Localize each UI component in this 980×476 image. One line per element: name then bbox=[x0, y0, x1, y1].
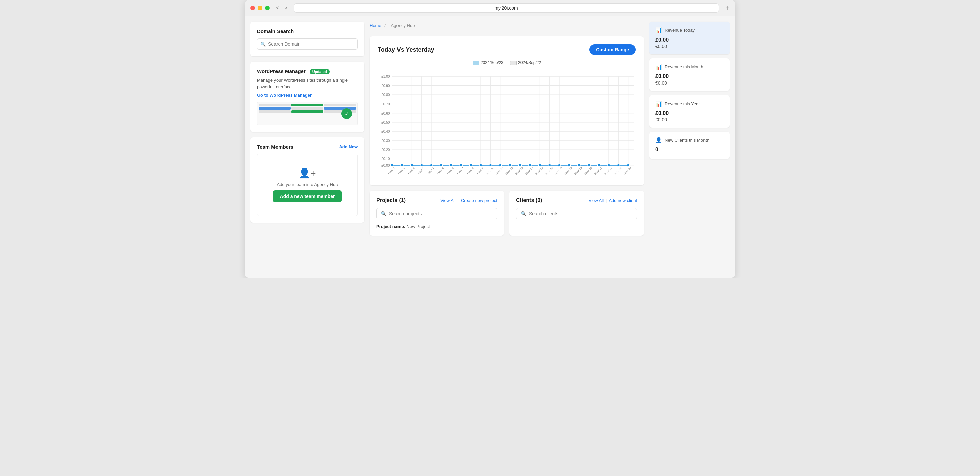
svg-point-55 bbox=[469, 164, 472, 167]
svg-text:Hour 16: Hour 16 bbox=[545, 166, 554, 175]
svg-point-52 bbox=[440, 164, 442, 167]
breadcrumb: Home / Agency Hub bbox=[370, 22, 644, 31]
svg-text:£0.10: £0.10 bbox=[382, 157, 390, 161]
forward-button[interactable]: > bbox=[282, 4, 289, 12]
svg-text:Hour 24: Hour 24 bbox=[624, 166, 632, 175]
revenue-year-eur: €0.00 bbox=[655, 117, 724, 122]
svg-text:Hour 4: Hour 4 bbox=[427, 167, 435, 175]
add-team-member-button[interactable]: Add a new team member bbox=[273, 190, 342, 202]
svg-text:Hour 17: Hour 17 bbox=[554, 166, 563, 175]
maximize-button[interactable] bbox=[265, 6, 270, 10]
add-client-link[interactable]: Add new client bbox=[609, 198, 637, 203]
breadcrumb-home[interactable]: Home bbox=[370, 23, 382, 28]
domain-search-title: Domain Search bbox=[257, 29, 358, 34]
projects-title: Projects (1) bbox=[376, 197, 406, 203]
svg-text:Hour 23: Hour 23 bbox=[613, 166, 622, 175]
svg-point-56 bbox=[479, 164, 482, 167]
clients-actions: View All | Add new client bbox=[589, 198, 637, 203]
minimize-button[interactable] bbox=[258, 6, 262, 10]
projects-count: (1) bbox=[399, 197, 406, 203]
new-tab-button[interactable]: + bbox=[725, 4, 730, 12]
svg-text:Hour 11: Hour 11 bbox=[495, 166, 504, 175]
custom-range-button[interactable]: Custom Range bbox=[589, 44, 636, 55]
bar-chart-icon: 📊 bbox=[655, 27, 662, 33]
svg-text:Hour 8: Hour 8 bbox=[466, 167, 474, 175]
svg-text:Hour 14: Hour 14 bbox=[525, 166, 534, 175]
clients-label: Clients bbox=[516, 197, 534, 203]
svg-point-66 bbox=[578, 164, 581, 167]
revenue-year-gbp: £0.00 bbox=[655, 109, 724, 117]
svg-point-57 bbox=[489, 164, 492, 167]
browser-chrome: < > my.20i.com + bbox=[245, 0, 735, 16]
search-icon: 🔍 bbox=[261, 41, 266, 46]
svg-point-69 bbox=[607, 164, 610, 167]
svg-text:Hour 21: Hour 21 bbox=[593, 166, 603, 175]
svg-point-61 bbox=[528, 164, 531, 167]
svg-point-53 bbox=[450, 164, 452, 167]
projects-view-all-link[interactable]: View All bbox=[441, 198, 455, 203]
legend-yesterday-box bbox=[510, 61, 517, 65]
revenue-month-gbp: £0.00 bbox=[655, 73, 724, 80]
svg-point-49 bbox=[410, 164, 413, 167]
svg-point-48 bbox=[401, 164, 403, 167]
new-clients-card: 👤 New Clients this Month 0 bbox=[649, 132, 730, 159]
clients-search-box: 🔍 bbox=[516, 208, 637, 219]
team-members-title: Team Members bbox=[257, 144, 293, 150]
revenue-year-label: Revenue this Year bbox=[665, 101, 700, 106]
svg-text:Hour 7: Hour 7 bbox=[457, 167, 465, 175]
svg-point-50 bbox=[420, 164, 423, 167]
svg-point-70 bbox=[617, 164, 620, 167]
updated-badge: Updated bbox=[310, 69, 330, 75]
svg-text:Hour 6: Hour 6 bbox=[446, 167, 455, 175]
svg-point-63 bbox=[548, 164, 551, 167]
close-button[interactable] bbox=[250, 6, 255, 10]
svg-text:£0.20: £0.20 bbox=[382, 148, 390, 152]
clients-search-input[interactable] bbox=[529, 211, 633, 216]
create-project-link[interactable]: Create new project bbox=[461, 198, 497, 203]
domain-search-wrap: 🔍 bbox=[257, 38, 358, 49]
project-name-value: New Project bbox=[407, 224, 430, 229]
revenue-year-card: 📊 Revenue this Year £0.00 €0.00 bbox=[649, 95, 730, 128]
svg-text:Hour 20: Hour 20 bbox=[584, 166, 593, 175]
svg-text:£1.00: £1.00 bbox=[382, 75, 390, 78]
wordpress-manager-title: WordPress Manager bbox=[257, 68, 305, 74]
clients-view-all-link[interactable]: View All bbox=[589, 198, 604, 203]
wordpress-manager-link[interactable]: Go to WordPress Manager bbox=[257, 93, 358, 98]
svg-text:£0.40: £0.40 bbox=[382, 130, 390, 133]
revenue-month-eur: €0.00 bbox=[655, 80, 724, 86]
revenue-today-card: 📊 Revenue Today £0.00 €0.00 bbox=[649, 22, 730, 54]
svg-point-58 bbox=[499, 164, 502, 167]
svg-point-64 bbox=[558, 164, 561, 167]
svg-point-54 bbox=[460, 164, 462, 167]
new-clients-label: New Clients this Month bbox=[665, 138, 709, 143]
back-button[interactable]: < bbox=[274, 4, 281, 12]
project-row: Project name: New Project bbox=[376, 224, 497, 229]
domain-search-input[interactable] bbox=[257, 38, 358, 49]
nav-buttons: < > bbox=[274, 4, 290, 12]
right-sidebar: 📊 Revenue Today £0.00 €0.00 📊 Revenue th… bbox=[649, 22, 730, 272]
team-empty-text: Add your team into Agency Hub bbox=[277, 182, 338, 187]
svg-text:£0.50: £0.50 bbox=[382, 121, 390, 124]
revenue-today-label: Revenue Today bbox=[665, 28, 695, 33]
clients-title: Clients (0) bbox=[516, 197, 542, 203]
projects-search-input[interactable] bbox=[389, 211, 493, 216]
svg-point-65 bbox=[568, 164, 570, 167]
svg-point-51 bbox=[430, 164, 433, 167]
svg-text:Hour 15: Hour 15 bbox=[535, 166, 544, 175]
wordpress-manager-card: WordPress Manager Updated Manage your Wo… bbox=[250, 62, 364, 132]
add-new-link[interactable]: Add New bbox=[339, 144, 358, 149]
svg-text:£0.00: £0.00 bbox=[382, 164, 390, 168]
svg-text:Hour 0: Hour 0 bbox=[387, 167, 396, 175]
person-add-icon: 👤+ bbox=[299, 168, 316, 179]
projects-search-box: 🔍 bbox=[376, 208, 497, 219]
project-name-label: Project name: bbox=[376, 224, 405, 229]
svg-point-67 bbox=[587, 164, 590, 167]
window: Domain Search 🔍 WordPress Manager Update… bbox=[245, 16, 735, 278]
revenue-month-label: Revenue this Month bbox=[665, 64, 703, 69]
team-members-card: Team Members Add New 👤+ Add your team in… bbox=[250, 137, 364, 223]
svg-text:£0.80: £0.80 bbox=[382, 93, 390, 97]
svg-point-62 bbox=[538, 164, 541, 167]
url-bar[interactable]: my.20i.com bbox=[294, 3, 719, 13]
search-icon: 🔍 bbox=[520, 211, 526, 216]
svg-text:£0.70: £0.70 bbox=[382, 102, 390, 106]
